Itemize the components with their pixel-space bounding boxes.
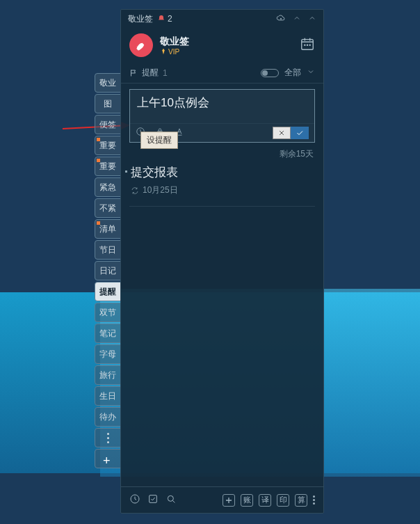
sidebar-tab-0[interactable]: 敬业 bbox=[95, 73, 121, 93]
sidebar-tab-1[interactable]: 图 bbox=[95, 94, 121, 113]
done-button[interactable] bbox=[147, 493, 159, 507]
sidebar-add-button[interactable]: + bbox=[95, 449, 121, 468]
clock-icon bbox=[129, 493, 140, 505]
sidebar-tab-15[interactable]: 生日 bbox=[95, 386, 121, 406]
section-toggle[interactable] bbox=[261, 69, 279, 77]
sidebar-tab-9[interactable]: 日记 bbox=[95, 261, 121, 280]
sidebar-tab-12[interactable]: 笔记 bbox=[95, 324, 121, 343]
history-button[interactable] bbox=[129, 493, 140, 507]
search-button[interactable] bbox=[165, 493, 177, 507]
bell-icon bbox=[157, 15, 165, 23]
sidebar-tab-3[interactable]: 重要 bbox=[95, 136, 121, 155]
sidebar-tab-13[interactable]: 字母 bbox=[95, 344, 121, 364]
item-title: 提交报表 bbox=[131, 164, 314, 180]
sidebar-tab-11[interactable]: 双节 bbox=[95, 303, 121, 322]
calendar-icon bbox=[300, 36, 315, 51]
bottom-more-button[interactable] bbox=[313, 495, 315, 505]
bottom-chip-3[interactable]: 算 bbox=[295, 494, 307, 507]
bottom-chip-0[interactable]: 账 bbox=[241, 494, 253, 507]
check-icon bbox=[296, 129, 304, 137]
plus-icon bbox=[223, 495, 234, 506]
sidebar-tab-4[interactable]: 重要 bbox=[95, 157, 121, 176]
calendar-button[interactable] bbox=[300, 36, 315, 54]
bottom-chip-1[interactable]: 译 bbox=[259, 494, 271, 507]
expand-icon[interactable] bbox=[308, 14, 316, 24]
section-title: 提醒 bbox=[142, 67, 159, 79]
reminder-item[interactable]: 提交报表 10月25日 bbox=[129, 161, 315, 199]
sidebar-tab-5[interactable]: 紧急 bbox=[95, 177, 121, 197]
title-bar: 敬业签 2 bbox=[121, 10, 323, 28]
notification-indicator[interactable]: 2 bbox=[157, 14, 172, 24]
app-logo[interactable] bbox=[129, 33, 153, 57]
item-date-row: 10月25日 bbox=[131, 184, 314, 196]
sidebar-tab-8[interactable]: 节日 bbox=[95, 240, 121, 260]
chevron-down-icon[interactable] bbox=[307, 68, 315, 78]
main-window: 敬业签 2 敬业签 VIP 提醒 1 全 bbox=[120, 9, 324, 514]
title-bar-app-name: 敬业签 bbox=[128, 13, 153, 25]
filter-all[interactable]: 全部 bbox=[284, 67, 301, 79]
svg-rect-8 bbox=[150, 495, 157, 502]
svg-point-2 bbox=[305, 45, 305, 45]
flag-icon bbox=[129, 69, 138, 77]
app-name: 敬业签 bbox=[160, 35, 189, 48]
confirm-button[interactable] bbox=[291, 127, 309, 139]
cancel-button[interactable] bbox=[273, 127, 291, 139]
divider bbox=[129, 206, 315, 207]
section-bar: 提醒 1 全部 bbox=[121, 63, 323, 84]
sidebar-tab-6[interactable]: 不紧 bbox=[95, 198, 121, 218]
sidebar-more-button[interactable] bbox=[95, 428, 121, 447]
collapse-icon[interactable] bbox=[293, 14, 301, 24]
bottom-bar: 账译印算 bbox=[121, 486, 323, 513]
note-input[interactable] bbox=[130, 90, 314, 123]
repeat-icon bbox=[131, 186, 139, 195]
section-count: 1 bbox=[163, 68, 168, 78]
sidebar-tab-10[interactable]: 提醒 bbox=[95, 282, 121, 301]
sidebar-tab-14[interactable]: 旅行 bbox=[95, 365, 121, 385]
sidebar-tab-16[interactable]: 待办 bbox=[95, 407, 121, 427]
reminder-tooltip: 设提醒 bbox=[140, 132, 178, 149]
svg-point-9 bbox=[168, 495, 173, 501]
search-icon bbox=[165, 493, 177, 505]
checkbox-icon bbox=[147, 493, 159, 505]
sidebar-tab-2[interactable]: 便签 bbox=[95, 115, 121, 134]
svg-point-4 bbox=[309, 45, 310, 45]
app-header: 敬业签 VIP bbox=[121, 28, 323, 63]
diamond-icon bbox=[160, 48, 167, 55]
category-side-tabs: 敬业图便签重要重要紧急不紧清单节日日记提醒双节笔记字母旅行生日待办+ bbox=[95, 73, 121, 468]
sidebar-tab-7[interactable]: 清单 bbox=[95, 219, 121, 239]
bottom-chip-2[interactable]: 印 bbox=[277, 494, 289, 507]
close-icon bbox=[278, 129, 285, 136]
sync-icon[interactable] bbox=[276, 13, 286, 25]
add-button[interactable] bbox=[223, 494, 235, 507]
notification-count: 2 bbox=[168, 14, 172, 24]
vip-badge[interactable]: VIP bbox=[160, 48, 189, 56]
svg-point-3 bbox=[307, 45, 307, 45]
content-area: 设提醒 剩余15天 提交报表 10月25日 bbox=[121, 84, 323, 486]
